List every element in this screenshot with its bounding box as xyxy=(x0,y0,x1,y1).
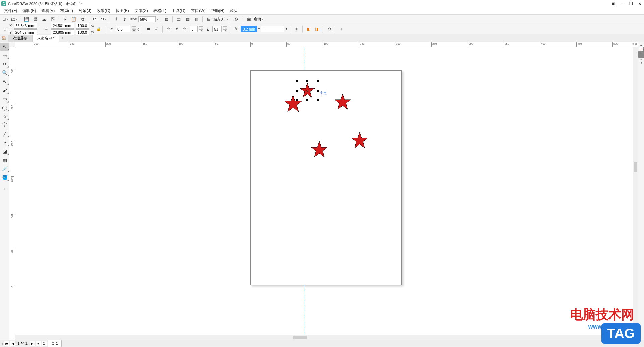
print-button[interactable]: 🖶 xyxy=(31,16,39,23)
to-front-icon[interactable]: ◧ xyxy=(305,26,312,33)
scale-y-input[interactable] xyxy=(76,29,89,35)
launch-label[interactable]: 启动 xyxy=(254,17,261,22)
menu-buy[interactable]: 购买 xyxy=(227,7,240,14)
ruler-vertical[interactable]: 300250200150100500 xyxy=(9,47,15,340)
close-icon[interactable]: ✕ xyxy=(637,1,643,6)
artistic-media-tool[interactable]: 🖌◢ xyxy=(0,86,9,94)
snap-dropdown-icon[interactable]: ▾ xyxy=(227,18,228,21)
tab-add-button[interactable]: + xyxy=(59,36,66,40)
export2-button[interactable]: ⇧ xyxy=(121,16,129,23)
open-button[interactable]: 🗁▾ xyxy=(10,16,18,23)
crop-tool[interactable]: ✂◢ xyxy=(0,60,9,68)
scrollbar-horizontal[interactable] xyxy=(15,335,633,340)
add-item-icon[interactable]: + xyxy=(1,342,3,346)
no-color-swatch[interactable] xyxy=(639,47,644,51)
zoom-tool[interactable]: 🔍◢ xyxy=(0,69,9,77)
star-shape[interactable] xyxy=(351,132,368,149)
redo-button[interactable]: ↷▾ xyxy=(100,16,108,23)
home-icon[interactable]: 🏠 xyxy=(0,36,8,40)
clone-button[interactable]: ⧉ xyxy=(78,16,87,23)
ellipse-tool[interactable]: ◯◢ xyxy=(0,104,9,112)
star-shape[interactable] xyxy=(311,141,328,158)
menu-edit[interactable]: 编辑(E) xyxy=(20,7,39,14)
fullscreen-button[interactable]: ▦ xyxy=(162,16,170,23)
canvas-workspace[interactable]: ✕ 中点 xyxy=(15,47,633,335)
palette-up-icon[interactable]: ▴ xyxy=(638,43,644,46)
tab-welcome[interactable]: 欢迎屏幕 xyxy=(8,35,33,42)
freehand-tool[interactable]: ∿◢ xyxy=(0,77,9,85)
dimension-tool[interactable]: ╱◢ xyxy=(0,130,9,138)
lock-ratio-icon[interactable]: 🔒 xyxy=(95,26,102,33)
help-icon[interactable]: ▣ xyxy=(610,1,616,6)
points-input[interactable] xyxy=(190,26,198,32)
new-button[interactable]: 🗋▾ xyxy=(1,16,9,23)
rotation-spinner[interactable]: ▴▾ xyxy=(132,26,136,32)
pdf-button[interactable]: PDF xyxy=(129,16,138,23)
add-tool-button[interactable]: + xyxy=(0,185,9,193)
ruler-horizontal[interactable]: 毫米 3002502001501005005010015020025030035… xyxy=(15,42,638,47)
options-button[interactable]: ⚙ xyxy=(232,16,240,23)
next-page-button[interactable]: ▶ xyxy=(30,341,35,346)
mirror-h-icon[interactable]: ⇋ xyxy=(145,26,152,33)
palette-flyout-icon[interactable]: ◂ xyxy=(638,61,644,64)
x-input[interactable] xyxy=(14,23,37,29)
wrap-text-icon[interactable]: ≡ xyxy=(293,26,300,33)
star-shape[interactable] xyxy=(334,94,352,110)
menu-layout[interactable]: 布局(L) xyxy=(57,7,76,14)
snap-label[interactable]: 贴齐(P) xyxy=(213,17,226,22)
tab-document[interactable]: 未命名 -1* xyxy=(33,35,59,42)
paste-button[interactable]: 📋 xyxy=(70,16,78,23)
prev-page-button[interactable]: ◀ xyxy=(10,341,15,346)
to-back-icon[interactable]: ◨ xyxy=(313,26,320,33)
menu-help[interactable]: 帮助(H) xyxy=(208,7,227,14)
zoom-dropdown-icon[interactable]: ▾ xyxy=(157,18,158,21)
line-style-dropdown[interactable] xyxy=(261,26,284,32)
outline-dropdown-icon[interactable]: ▾ xyxy=(258,27,260,31)
minimize-icon[interactable]: — xyxy=(619,1,625,6)
rulers-button[interactable]: ▤ xyxy=(175,16,183,23)
drop-shadow-tool[interactable]: ◪◢ xyxy=(0,147,9,155)
page-tab[interactable]: 页 1 xyxy=(48,340,62,347)
scale-x-input[interactable] xyxy=(76,23,89,29)
undo-button[interactable]: ↶▾ xyxy=(91,16,99,23)
palette-down-icon[interactable]: ▾ xyxy=(638,58,644,61)
maximize-icon[interactable]: ❐ xyxy=(628,1,634,6)
menu-view[interactable]: 查看(V) xyxy=(39,7,57,14)
snap-icon[interactable]: ⊞ xyxy=(205,16,213,23)
eyedropper-tool[interactable]: 💉◢ xyxy=(0,165,9,173)
menu-effect[interactable]: 效果(C) xyxy=(94,7,113,14)
linestyle-dropdown-icon[interactable]: ▾ xyxy=(286,27,287,31)
zoom-input[interactable] xyxy=(138,16,156,22)
copy-button[interactable]: ⎘ xyxy=(61,16,69,23)
connector-tool[interactable]: ⤳◢ xyxy=(0,138,9,147)
width-input[interactable] xyxy=(51,23,74,29)
first-page-button[interactable]: ⏮ xyxy=(4,341,9,346)
sharpness-spinner[interactable]: ▴▾ xyxy=(223,26,227,32)
points-spinner[interactable]: ▴▾ xyxy=(199,26,203,32)
ruler-corner[interactable] xyxy=(9,42,15,47)
transparency-tool[interactable]: ▨ xyxy=(0,156,9,164)
rotation-input[interactable] xyxy=(116,26,130,32)
menu-window[interactable]: 窗口(W) xyxy=(188,7,208,14)
menu-file[interactable]: 文件(F) xyxy=(1,7,20,14)
menu-table[interactable]: 表格(T) xyxy=(151,7,169,14)
convert-curves-icon[interactable]: ⟲ xyxy=(326,26,332,33)
add-button[interactable]: + xyxy=(338,26,345,33)
scrollbar-vertical[interactable] xyxy=(633,47,638,335)
grid-button[interactable]: ▦ xyxy=(183,16,192,23)
menu-bitmap[interactable]: 位图(B) xyxy=(113,7,132,14)
menu-object[interactable]: 对象(J) xyxy=(76,7,94,14)
add-page-button[interactable]: 🗋 xyxy=(42,341,47,346)
last-page-button[interactable]: ⏭ xyxy=(36,341,41,346)
save-button[interactable]: 💾 xyxy=(22,16,31,23)
launch-dropdown-icon[interactable]: ▾ xyxy=(262,18,263,21)
selection-handles[interactable]: ✕ xyxy=(297,81,318,100)
cloud-button[interactable]: ☁ xyxy=(40,16,48,23)
outline-width-input[interactable] xyxy=(241,26,257,32)
fill-tool[interactable]: 🪣◢ xyxy=(0,173,9,181)
rectangle-tool[interactable]: ▭◢ xyxy=(0,95,9,103)
shape-tool[interactable]: ↝◢ xyxy=(0,51,9,59)
sharpness-input[interactable] xyxy=(212,26,222,32)
launch-icon[interactable]: ▣ xyxy=(245,16,253,23)
mirror-v-icon[interactable]: ⇵ xyxy=(153,26,160,33)
